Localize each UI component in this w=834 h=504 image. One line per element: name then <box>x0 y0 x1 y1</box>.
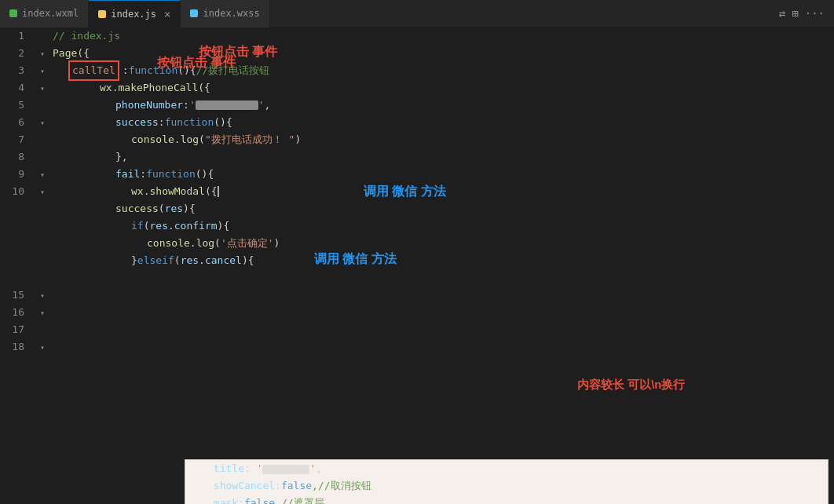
code-if-18: if <box>162 252 174 269</box>
code-line-9: fail: function () { <box>49 166 834 183</box>
tab-index-wxml[interactable]: index.wxml <box>0 0 89 27</box>
code-brace-close-18: } <box>131 252 137 269</box>
code-confirm-16: confirm <box>174 217 218 235</box>
code-comma-5: , <box>265 97 271 114</box>
code-line-1: // index.js <box>49 27 834 45</box>
code-line-10: wx.showModal({ 调用 微信 方法 <box>49 183 834 200</box>
code-params-3: () <box>177 62 190 79</box>
gutter-11 <box>35 200 49 217</box>
tab-label-wxml: index.wxml <box>22 8 79 19</box>
code-comment-3: //拨打电话按钮 <box>196 62 270 79</box>
popup-false-12: false <box>281 480 312 491</box>
code-console-17: console <box>147 235 190 252</box>
gutter-fold-4[interactable]: ▾ <box>35 79 49 97</box>
code-dot-4: . <box>112 79 119 97</box>
code-paren-18: ( <box>174 252 181 269</box>
tab-icon-wxml <box>9 9 17 17</box>
popup-colon-11: : <box>244 462 257 474</box>
text-cursor <box>218 186 219 197</box>
gutter-fold-10[interactable]: ▾ <box>35 183 49 200</box>
code-paren-7: ( <box>199 131 205 148</box>
gutter-13 <box>35 235 49 252</box>
code-line-17: console.log('点击确定') <box>49 235 834 252</box>
code-colon-5: : <box>183 97 189 114</box>
code-colon-3: : <box>123 62 129 79</box>
line-num-17: 17 <box>0 321 29 338</box>
code-brace-15: { <box>189 200 196 217</box>
line-num-1: 1 <box>0 27 29 45</box>
gutter-14 <box>35 252 49 269</box>
code-lines: // index.js Page({ 按钮点击 事件 callTel : fun… <box>49 27 834 269</box>
gutter-fold-2[interactable]: ▾ <box>35 45 49 62</box>
tab-index-js[interactable]: index.js × <box>89 0 181 27</box>
line-num-14: · <box>0 252 29 269</box>
code-function-9: function <box>146 166 196 183</box>
line-num-10: 10 <box>0 183 29 200</box>
code-brace-9: { <box>207 166 214 183</box>
gutter-5 <box>35 97 49 114</box>
code-paren-close-17: ) <box>274 235 280 252</box>
code-res-18: res <box>181 252 199 269</box>
gutter-7 <box>35 131 49 148</box>
layout-icon[interactable]: ⊞ <box>792 7 798 20</box>
code-brace-18: { <box>248 252 254 269</box>
code-brace-3: { <box>190 62 196 79</box>
line-numbers: 1 2 3 4 5 6 7 8 9 10 · · · · · 15 16 17 … <box>0 27 35 504</box>
code-params-6: () <box>214 114 226 131</box>
code-paren-16: ( <box>144 217 150 235</box>
line-num-13: · <box>0 235 29 252</box>
line-num-9: 9 <box>0 166 29 183</box>
code-phonenum: phoneNumber <box>115 97 183 114</box>
tab-close-js[interactable]: × <box>164 8 170 20</box>
line-num-16: 16 <box>0 304 29 321</box>
line-num-6: 6 <box>0 114 29 131</box>
code-line-4: wx.makePhoneCall({ <box>49 79 834 97</box>
code-brace-10: { <box>211 183 218 200</box>
annotation-wechat-method: 调用 微信 方法 <box>364 183 446 200</box>
code-paren-close-15: ) <box>183 200 189 217</box>
gutter-fold-15[interactable]: ▾ <box>35 287 49 304</box>
gutter-fold-6[interactable]: ▾ <box>35 114 49 131</box>
code-log-7: log <box>181 131 199 148</box>
code-line-6: success: function () { <box>49 114 834 131</box>
calltel-highlight: callTel <box>68 60 119 81</box>
line-num-4: 4 <box>0 79 29 97</box>
code-dot-16: . <box>168 217 174 235</box>
gutter-fold-3[interactable]: ▾ <box>35 62 49 79</box>
code-paren-2: ( <box>77 45 83 62</box>
code-line-3: callTel : function () { //拨打电话按钮 <box>49 62 834 79</box>
code-brace-2: { <box>83 45 90 62</box>
code-line-16: if (res.confirm) { <box>49 217 834 235</box>
popup-false-13: false <box>244 497 275 504</box>
popup-showcancel-key: showCancel <box>214 480 275 491</box>
tab-label-wxss: index.wxss <box>203 8 259 19</box>
code-line-7: console.log("拨打电话成功！ ") <box>49 131 834 148</box>
gutter-fold-16[interactable]: ▾ <box>35 304 49 321</box>
code-blurred-5 <box>196 100 258 110</box>
popup-line-12: showCancel:false,//取消按钮 <box>185 477 828 495</box>
tab-bar: index.wxml index.js × index.wxss ⇄ ⊞ ··· <box>0 0 834 27</box>
code-dot-17: . <box>190 235 196 252</box>
popup-line-11: title: '', <box>185 460 828 477</box>
gutter-12 <box>35 217 49 235</box>
line-num-11: · <box>0 200 29 217</box>
code-quote-close-5: ' <box>258 97 265 114</box>
gutter-fold-9[interactable]: ▾ <box>35 166 49 183</box>
gutter-fold-18[interactable]: ▾ <box>35 338 49 356</box>
tab-index-wxss[interactable]: index.wxss <box>181 0 269 27</box>
popup-line-13: mask:false,//遮罩层 <box>185 495 828 504</box>
popup-quote-11: ' <box>257 462 263 474</box>
code-paren-10: ( <box>205 183 211 200</box>
split-editor-icon[interactable]: ⇄ <box>779 7 785 20</box>
popup-colon-13: : <box>238 497 244 504</box>
code-brace-6: { <box>226 114 232 131</box>
code-dot-7: . <box>174 131 181 148</box>
code-line-18: } else if (res.cancel) { <box>49 252 834 269</box>
toolbar-right: ⇄ ⊞ ··· <box>779 7 834 20</box>
more-icon[interactable]: ··· <box>805 7 825 20</box>
code-paren-close-7: ) <box>294 131 301 148</box>
code-dot-10: . <box>144 183 150 200</box>
code-log-17: log <box>196 235 214 252</box>
code-else-18: else <box>137 252 162 269</box>
code-area[interactable]: // index.js Page({ 按钮点击 事件 callTel : fun… <box>49 27 834 504</box>
